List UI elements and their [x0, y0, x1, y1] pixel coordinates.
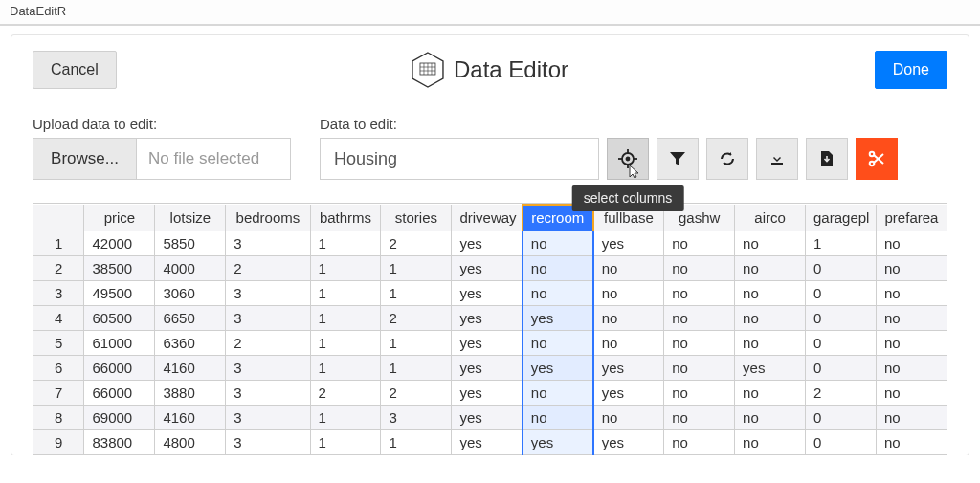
cell[interactable]: no: [664, 281, 735, 306]
table-row[interactable]: 5610006360211yesnononono0no: [33, 331, 947, 356]
cell[interactable]: no: [876, 331, 947, 356]
download-button[interactable]: [756, 138, 798, 180]
column-header-bathrms[interactable]: bathrms: [310, 205, 381, 231]
cell[interactable]: 0: [806, 430, 877, 455]
cell[interactable]: yes: [593, 430, 664, 455]
cell[interactable]: 0: [806, 406, 877, 430]
cell[interactable]: yes: [452, 331, 523, 356]
cell[interactable]: no: [664, 256, 735, 281]
table-row[interactable]: 1420005850312yesnoyesnono1no: [33, 231, 947, 256]
cell[interactable]: 1: [381, 281, 452, 306]
cell[interactable]: yes: [523, 306, 593, 331]
save-file-button[interactable]: [806, 138, 848, 180]
cell[interactable]: 1: [310, 256, 381, 281]
cell[interactable]: no: [876, 231, 947, 256]
row-number-cell[interactable]: 6: [33, 356, 84, 381]
cell[interactable]: yes: [593, 231, 664, 256]
cell[interactable]: no: [735, 430, 806, 455]
table-row[interactable]: 9838004800311yesyesyesnono0no: [33, 430, 947, 455]
cell[interactable]: 60500: [84, 306, 155, 331]
cancel-button[interactable]: Cancel: [33, 51, 117, 89]
row-number-cell[interactable]: 1: [33, 231, 84, 256]
cell[interactable]: 3: [226, 356, 310, 381]
row-number-cell[interactable]: 8: [33, 406, 84, 430]
cell[interactable]: 3: [226, 306, 310, 331]
file-input[interactable]: Browse... No file selected: [33, 138, 291, 180]
cell[interactable]: yes: [452, 256, 523, 281]
cell[interactable]: 4800: [155, 430, 226, 455]
cell[interactable]: yes: [452, 430, 523, 455]
cell[interactable]: no: [593, 306, 664, 331]
cell[interactable]: no: [523, 256, 593, 281]
cell[interactable]: no: [664, 406, 735, 430]
done-button[interactable]: Done: [875, 51, 947, 89]
cell[interactable]: 2: [381, 231, 452, 256]
cell[interactable]: no: [735, 331, 806, 356]
cell[interactable]: yes: [523, 430, 593, 455]
cell[interactable]: 3880: [155, 381, 226, 406]
column-header-prefarea[interactable]: prefarea: [876, 205, 947, 231]
cell[interactable]: no: [664, 356, 735, 381]
cell[interactable]: 38500: [84, 256, 155, 281]
cell[interactable]: 61000: [84, 331, 155, 356]
cell[interactable]: no: [876, 306, 947, 331]
column-header-price[interactable]: price: [84, 205, 155, 231]
cell[interactable]: 1: [310, 281, 381, 306]
cell[interactable]: no: [735, 381, 806, 406]
table-row[interactable]: 3495003060311yesnononono0no: [33, 281, 947, 306]
cell[interactable]: no: [876, 356, 947, 381]
cell[interactable]: no: [523, 381, 593, 406]
cell[interactable]: yes: [452, 356, 523, 381]
cell[interactable]: 0: [806, 306, 877, 331]
cell[interactable]: yes: [523, 356, 593, 381]
cell[interactable]: 83800: [84, 430, 155, 455]
cell[interactable]: yes: [593, 381, 664, 406]
column-header-lotsize[interactable]: lotsize: [155, 205, 226, 231]
cell[interactable]: 6650: [155, 306, 226, 331]
cell[interactable]: no: [735, 306, 806, 331]
column-header-airco[interactable]: airco: [735, 205, 806, 231]
cell[interactable]: 1: [381, 430, 452, 455]
cell[interactable]: no: [593, 281, 664, 306]
row-number-header[interactable]: [33, 205, 84, 231]
cell[interactable]: no: [735, 231, 806, 256]
row-number-cell[interactable]: 9: [33, 430, 84, 455]
cell[interactable]: 3: [226, 281, 310, 306]
cell[interactable]: 2: [310, 381, 381, 406]
cell[interactable]: 0: [806, 281, 877, 306]
cell[interactable]: 1: [381, 331, 452, 356]
cell[interactable]: yes: [452, 381, 523, 406]
cell[interactable]: 66000: [84, 356, 155, 381]
column-header-stories[interactable]: stories: [381, 205, 452, 231]
cell[interactable]: 4160: [155, 406, 226, 430]
cell[interactable]: 49500: [84, 281, 155, 306]
cell[interactable]: yes: [593, 356, 664, 381]
cell[interactable]: no: [664, 231, 735, 256]
cell[interactable]: 69000: [84, 406, 155, 430]
cell[interactable]: 66000: [84, 381, 155, 406]
cell[interactable]: 1: [310, 306, 381, 331]
cell[interactable]: 0: [806, 256, 877, 281]
cell[interactable]: yes: [452, 231, 523, 256]
cell[interactable]: no: [593, 406, 664, 430]
select-columns-button[interactable]: select columns: [607, 138, 649, 180]
cell[interactable]: no: [664, 306, 735, 331]
table-row[interactable]: 6660004160311yesyesyesnoyes0no: [33, 356, 947, 381]
cell[interactable]: 0: [806, 331, 877, 356]
table-row[interactable]: 2385004000211yesnononono0no: [33, 256, 947, 281]
cell[interactable]: 2: [226, 331, 310, 356]
cell[interactable]: 3: [381, 406, 452, 430]
cell[interactable]: no: [876, 281, 947, 306]
cell[interactable]: no: [523, 281, 593, 306]
column-header-driveway[interactable]: driveway: [452, 205, 523, 231]
cell[interactable]: 3: [226, 430, 310, 455]
cell[interactable]: no: [664, 430, 735, 455]
cell[interactable]: no: [876, 406, 947, 430]
row-number-cell[interactable]: 4: [33, 306, 84, 331]
cell[interactable]: no: [523, 231, 593, 256]
table-row[interactable]: 8690004160313yesnononono0no: [33, 406, 947, 430]
cell[interactable]: 0: [806, 356, 877, 381]
cell[interactable]: 1: [310, 430, 381, 455]
data-name-input[interactable]: [320, 138, 599, 180]
table-row[interactable]: 4605006650312yesyesnonono0no: [33, 306, 947, 331]
